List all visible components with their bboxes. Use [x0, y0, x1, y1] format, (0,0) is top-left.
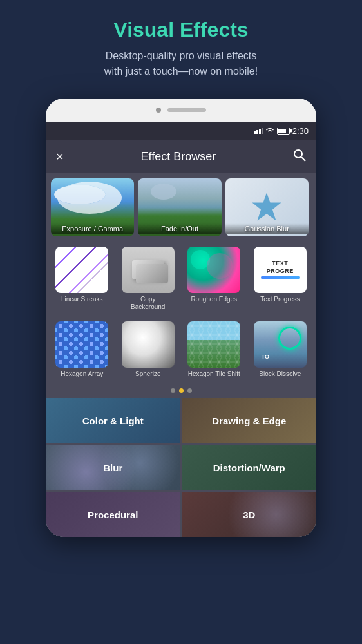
featured-label-exposure: Exposure / Gamma: [51, 223, 134, 234]
label-text-progress: Text Progress: [260, 296, 300, 303]
label-block-dissolve: Block Dissolve: [259, 370, 301, 378]
search-button[interactable]: [293, 149, 306, 165]
app-bar-title: Effect Browser: [74, 150, 283, 164]
svg-rect-3: [262, 128, 263, 134]
category-distortion[interactable]: Distortion/Warp: [182, 445, 317, 490]
status-bar: 2:30: [46, 122, 316, 140]
featured-item-exposure[interactable]: Exposure / Gamma: [51, 178, 134, 236]
phone-frame: 2:30 × Effect Browser Exposure / Gamma F…: [46, 99, 316, 537]
svg-line-5: [301, 157, 305, 161]
category-3d[interactable]: 3D: [182, 492, 317, 537]
thumb-copy-bg: [122, 247, 175, 293]
category-drawing-edge[interactable]: Drawing & Edge: [182, 398, 317, 443]
category-label-drawing-edge: Drawing & Edge: [212, 415, 286, 426]
label-roughen-edges: Roughen Edges: [191, 296, 237, 303]
category-grid: Color & Light Drawing & Edge Blur Distor…: [46, 398, 316, 537]
effect-block-dissolve[interactable]: Block Dissolve: [249, 321, 312, 378]
thumb-roughen: [187, 247, 240, 293]
thumb-hexagon-tile: [187, 321, 240, 368]
thumb-block-dissolve: [254, 321, 307, 368]
text-prog-fill: [261, 276, 300, 279]
thumb-text-progress: TEXT PROGRE: [254, 247, 307, 293]
app-bar: × Effect Browser: [46, 140, 316, 173]
phone-top-bar: [46, 99, 316, 122]
phone-speaker: [167, 108, 206, 112]
category-procedural[interactable]: Procedural: [46, 492, 180, 537]
effect-copy-background[interactable]: CopyBackground: [117, 247, 180, 311]
effect-text-progress[interactable]: TEXT PROGRE Text Progress: [249, 247, 312, 311]
label-hexagon-array: Hexagon Array: [61, 370, 103, 378]
close-button[interactable]: ×: [56, 149, 64, 164]
category-label-procedural: Procedural: [88, 509, 138, 520]
star-icon: [251, 191, 283, 223]
featured-label-fade: Fade In/Out: [138, 223, 221, 234]
effect-spherize[interactable]: Spherize: [117, 321, 180, 378]
content-area: Exposure / Gamma Fade In/Out Gaussian Bl…: [46, 173, 316, 537]
page-dot-1[interactable]: [171, 388, 175, 393]
thumb-spherize: [122, 321, 175, 368]
category-color-light[interactable]: Color & Light: [46, 398, 180, 443]
text-prog-label2: PROGRE: [267, 268, 294, 274]
battery-icon: [277, 128, 290, 135]
wifi-icon: [265, 128, 274, 134]
label-copy-background: CopyBackground: [131, 296, 165, 311]
label-hexagon-tile: Hexagon Tile Shift: [188, 370, 240, 378]
category-label-blur: Blur: [103, 462, 122, 473]
featured-label-gaussian: Gaussian Blur: [225, 223, 309, 234]
header-section: Visual Effects Desktop-quality pro visua…: [0, 0, 362, 92]
status-time: 2:30: [292, 126, 309, 136]
svg-rect-1: [256, 130, 258, 134]
featured-item-fade[interactable]: Fade In/Out: [138, 178, 221, 236]
featured-item-gaussian[interactable]: Gaussian Blur: [225, 178, 309, 236]
category-blur[interactable]: Blur: [46, 445, 180, 490]
svg-marker-6: [252, 193, 281, 221]
category-label-distortion: Distortion/Warp: [213, 462, 285, 473]
label-spherize: Spherize: [135, 370, 160, 378]
svg-rect-2: [259, 129, 261, 134]
phone-camera: [156, 108, 161, 113]
pagination: [46, 383, 316, 398]
thumb-hexagon-array: [55, 321, 108, 368]
text-prog-label1: TEXT: [272, 260, 288, 267]
text-prog-bar: [261, 276, 300, 279]
page-dot-3[interactable]: [187, 388, 192, 393]
effect-hexagon-array[interactable]: Hexagon Array: [51, 321, 113, 378]
effect-roughen-edges[interactable]: Roughen Edges: [183, 247, 245, 311]
signal-icon: [254, 128, 263, 134]
featured-row: Exposure / Gamma Fade In/Out Gaussian Bl…: [46, 173, 316, 242]
category-label-3d: 3D: [243, 509, 255, 520]
effect-hexagon-tile[interactable]: Hexagon Tile Shift: [183, 321, 245, 378]
copy-bg-shape: [132, 260, 164, 279]
thumb-linear-streaks: [55, 247, 108, 293]
label-linear-streaks: Linear Streaks: [61, 296, 102, 303]
page-title: Visual Effects: [13, 18, 349, 42]
page-subtitle: Desktop-quality pro visual effectswith j…: [13, 48, 349, 79]
effect-linear-streaks[interactable]: Linear Streaks: [51, 247, 113, 311]
effects-grid-row2: Hexagon Array Spherize Hexagon Tile Shif…: [46, 316, 316, 383]
hex-dots: [55, 321, 108, 368]
status-icons: 2:30: [254, 126, 309, 136]
svg-rect-0: [254, 131, 256, 134]
effects-grid-row1: Linear Streaks CopyBackground Roughen Ed…: [46, 242, 316, 316]
svg-point-4: [294, 150, 302, 158]
page-dot-2[interactable]: [179, 388, 184, 393]
category-label-color-light: Color & Light: [82, 415, 144, 426]
